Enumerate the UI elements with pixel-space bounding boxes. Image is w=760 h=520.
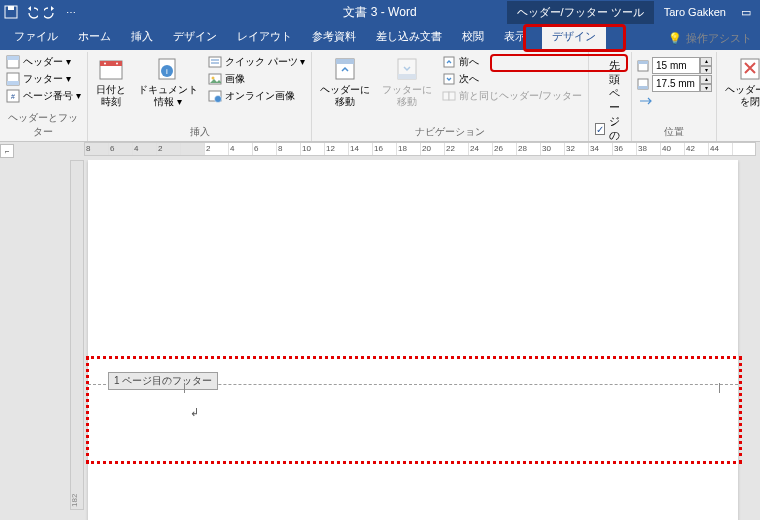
tab-file[interactable]: ファイル: [4, 24, 68, 50]
svg-text:#: #: [11, 93, 15, 100]
left-margin-marker: [184, 383, 185, 393]
svg-text:i: i: [166, 67, 168, 76]
header-from-top-spinner[interactable]: ▴▾: [636, 57, 712, 74]
online-picture-button[interactable]: オンライン画像: [206, 88, 308, 104]
svg-rect-1: [8, 6, 14, 10]
ribbon: ヘッダー ▾ フッター ▾ #ページ番号 ▾ ヘッダーとフッター 日付と 時刻 …: [0, 50, 760, 142]
header-icon: [6, 55, 20, 69]
footer-icon: [6, 72, 20, 86]
picture-label: 画像: [225, 72, 245, 86]
next-icon: [442, 72, 456, 86]
header-distance-icon: [636, 59, 650, 73]
svg-rect-29: [449, 92, 455, 100]
svg-rect-9: [100, 61, 122, 66]
svg-rect-27: [444, 74, 454, 84]
tab-header-footer-design[interactable]: デザイン: [542, 24, 606, 50]
alignment-tab-icon: [638, 94, 652, 108]
tab-design[interactable]: デザイン: [163, 24, 227, 50]
footer-dropdown[interactable]: フッター ▾: [4, 71, 83, 87]
group-header-footer: ヘッダー ▾ フッター ▾ #ページ番号 ▾ ヘッダーとフッター: [0, 52, 88, 141]
page-number-dropdown[interactable]: #ページ番号 ▾: [4, 88, 83, 104]
svg-rect-3: [7, 56, 19, 60]
svg-rect-16: [211, 59, 219, 61]
close-header-footer-button[interactable]: ヘッダーと を閉: [721, 54, 760, 141]
document-info-button[interactable]: i ドキュメント 情報 ▾: [134, 54, 202, 124]
undo-icon[interactable]: [24, 5, 38, 19]
page-side-number: 182: [70, 494, 79, 507]
svg-point-11: [116, 63, 118, 65]
spinner-down-icon[interactable]: ▾: [700, 84, 712, 93]
svg-rect-33: [638, 86, 648, 89]
picture-button[interactable]: 画像: [206, 71, 308, 87]
footer-from-bottom-spinner[interactable]: ▴▾: [636, 75, 712, 92]
quick-parts-icon: [208, 55, 222, 69]
link-previous-button: 前と同じヘッダー/フッター: [440, 88, 584, 104]
goto-footer-icon: [392, 56, 422, 82]
redo-icon[interactable]: [44, 5, 58, 19]
close-label: ヘッダーと を閉: [725, 84, 760, 107]
tab-insert[interactable]: 挿入: [121, 24, 163, 50]
header-dropdown[interactable]: ヘッダー ▾: [4, 54, 83, 70]
paragraph-mark-icon: ↲: [190, 406, 199, 419]
close-icon: [735, 56, 760, 82]
group-insert: 日付と 時刻 i ドキュメント 情報 ▾ クイック パーツ ▾ 画像 オンライン…: [88, 52, 313, 141]
goto-header-label: ヘッダーに 移動: [320, 84, 370, 107]
ribbon-tabstrip: ファイル ホーム 挿入 デザイン レイアウト 参考資料 差し込み文書 校閲 表示…: [0, 24, 760, 50]
title-bar: ⋯ 文書 3 - Word ヘッダー/フッター ツール Taro Gakken …: [0, 0, 760, 24]
footer-distance-icon: [636, 77, 650, 91]
page-number-icon: #: [6, 89, 20, 103]
header-from-top-input[interactable]: [652, 57, 700, 74]
tab-selector[interactable]: ⌐: [0, 144, 14, 158]
tab-review[interactable]: 校閲: [452, 24, 494, 50]
svg-rect-26: [444, 57, 454, 67]
footer-from-bottom-input[interactable]: [652, 75, 700, 92]
quick-parts-dropdown[interactable]: クイック パーツ ▾: [206, 54, 308, 70]
tab-view[interactable]: 表示: [494, 24, 536, 50]
footer-label: フッター ▾: [23, 72, 71, 86]
tab-mailings[interactable]: 差し込み文書: [366, 24, 452, 50]
spinner-up-icon[interactable]: ▴: [700, 75, 712, 84]
previous-button[interactable]: 前へ: [440, 54, 584, 70]
document-info-label: ドキュメント 情報 ▾: [138, 84, 198, 107]
horizontal-ruler[interactable]: 8642246810121416182022242628303234363840…: [84, 142, 756, 156]
svg-rect-31: [638, 61, 648, 64]
page[interactable]: 1 ページ目のフッター ↲: [88, 160, 738, 520]
group-close: ヘッダーと を閉: [717, 52, 760, 141]
tab-home[interactable]: ホーム: [68, 24, 121, 50]
user-name[interactable]: Taro Gakken: [654, 2, 736, 22]
tell-me-search[interactable]: 💡 操作アシスト: [664, 27, 756, 50]
next-button[interactable]: 次へ: [440, 71, 584, 87]
tell-me-placeholder: 操作アシスト: [686, 31, 752, 46]
date-time-label: 日付と 時刻: [96, 84, 126, 107]
spinner-down-icon[interactable]: ▾: [700, 66, 712, 75]
previous-icon: [442, 55, 456, 69]
date-time-button[interactable]: 日付と 時刻: [92, 54, 130, 124]
svg-rect-5: [7, 81, 19, 85]
svg-rect-23: [336, 59, 354, 64]
vertical-ruler[interactable]: [70, 160, 84, 510]
group-position: ▴▾ ▴▾ 位置: [632, 52, 717, 141]
svg-rect-28: [443, 92, 449, 100]
ribbon-display-options-icon[interactable]: ▭: [736, 6, 756, 19]
svg-point-21: [214, 96, 221, 103]
document-info-icon: i: [153, 56, 183, 82]
link-previous-label: 前と同じヘッダー/フッター: [459, 89, 582, 103]
picture-icon: [208, 72, 222, 86]
group-name-navigation: ナビゲーション: [316, 124, 584, 141]
calendar-icon: [96, 56, 126, 82]
goto-header-button[interactable]: ヘッダーに 移動: [316, 54, 374, 124]
footer-section-tag: 1 ページ目のフッター: [108, 372, 218, 390]
qat-customize-icon[interactable]: ⋯: [64, 5, 78, 19]
right-margin-marker: [719, 383, 720, 393]
group-name-insert: 挿入: [92, 124, 308, 141]
save-icon[interactable]: [4, 5, 18, 19]
tab-layout[interactable]: レイアウト: [227, 24, 302, 50]
insert-alignment-tab-button[interactable]: [636, 93, 712, 109]
tab-references[interactable]: 参考資料: [302, 24, 366, 50]
group-name-position: 位置: [636, 124, 712, 141]
lightbulb-icon: 💡: [668, 32, 682, 45]
group-navigation: ヘッダーに 移動 フッターに 移動 前へ 次へ 前と同じヘッダー/フッター ナビ…: [312, 52, 589, 141]
spinner-up-icon[interactable]: ▴: [700, 57, 712, 66]
svg-point-10: [104, 63, 106, 65]
page-number-label: ページ番号 ▾: [23, 89, 81, 103]
